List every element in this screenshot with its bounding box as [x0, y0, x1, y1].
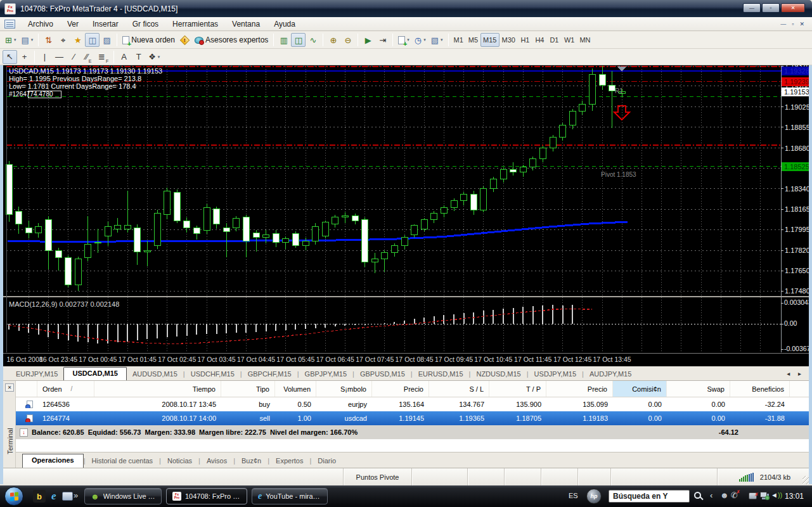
- menu-item-ventana[interactable]: Ventana: [225, 18, 267, 30]
- chart-tab-usdchf-m15[interactable]: USDCHF,M15: [185, 368, 240, 380]
- menu-item-ayuda[interactable]: Ayuda: [267, 18, 302, 30]
- col-header-volumen[interactable]: Volumen: [275, 381, 316, 397]
- periods-button[interactable]: ◷▾: [412, 33, 429, 47]
- taskbar-button-msn[interactable]: ☻Windows Live Mess...: [84, 488, 162, 504]
- terminal-tab-buz-n[interactable]: Buz¢n: [235, 455, 267, 468]
- data-window-button[interactable]: ⌖: [56, 33, 70, 47]
- auto-scroll-button[interactable]: ▶: [361, 33, 375, 47]
- phone-tray-icon[interactable]: ✆✗: [731, 491, 738, 500]
- tf-m1-button[interactable]: M1: [451, 33, 466, 47]
- tf-m5-button[interactable]: M5: [466, 33, 480, 47]
- trendline-button[interactable]: ∕: [67, 50, 81, 64]
- zoom-out-button[interactable]: ⊖: [340, 33, 355, 47]
- expert-advisors-button[interactable]: Asesores expertos: [192, 33, 271, 47]
- messenger-status-icon[interactable]: ☻: [720, 491, 729, 500]
- terminal-tab-diario[interactable]: Diario: [311, 455, 342, 468]
- minimize-button[interactable]: —: [743, 3, 761, 13]
- menu-item-ver[interactable]: Ver: [60, 18, 86, 30]
- arrows-button[interactable]: ❖▾: [146, 50, 162, 64]
- chart-bars-button[interactable]: ▥: [276, 33, 291, 47]
- zoom-in-button[interactable]: ⊕: [326, 33, 340, 47]
- chart-tab-eurusd-m15[interactable]: EURUSD,M15: [413, 368, 469, 380]
- start-button[interactable]: [4, 487, 23, 506]
- terminal-tab-avisos[interactable]: Avisos: [200, 455, 233, 468]
- menu-item-herramientas[interactable]: Herramientas: [165, 18, 225, 30]
- terminal-close-button[interactable]: ✕: [5, 383, 14, 392]
- mdi-minimize-button[interactable]: —: [780, 21, 786, 27]
- chart-svg[interactable]: R1Pivot 1.1853USDCAD,M15 1.19173 1.19173…: [0, 65, 812, 366]
- crosshair-button[interactable]: +: [17, 50, 32, 64]
- taskbar-button-ie[interactable]: eYouTube - mirando ...: [252, 488, 328, 504]
- quicklaunch-chevron-icon[interactable]: »: [74, 491, 78, 500]
- mdi-restore-button[interactable]: ▫: [792, 21, 794, 27]
- vertical-line-button[interactable]: |: [37, 50, 52, 64]
- network-tray-icon[interactable]: [760, 492, 767, 497]
- col-header-s-l[interactable]: S / L: [429, 381, 489, 397]
- menu-item-insertar[interactable]: Insertar: [86, 18, 126, 30]
- tf-mn-button[interactable]: MN: [577, 33, 593, 47]
- chart-candles-button[interactable]: ◫: [291, 33, 306, 47]
- metaeditor-alert-button[interactable]: !: [177, 33, 192, 47]
- text-button[interactable]: A: [117, 50, 131, 64]
- tab-scroll-arrows[interactable]: ◂ ▸: [779, 370, 812, 380]
- chart-tab-eurjpy-m15[interactable]: EURJPY,M15: [10, 368, 63, 380]
- chart-tab-nzdusd-m15[interactable]: NZDUSD,M15: [470, 368, 526, 380]
- balance-row[interactable]: ↓ Balance: 620.85 Equidad: 556.73 Margen…: [16, 425, 812, 439]
- chart-window-icon[interactable]: [4, 20, 15, 29]
- navigator-button[interactable]: ★: [70, 33, 85, 47]
- device-tray-icon[interactable]: ✗: [749, 492, 757, 499]
- col-header-precio[interactable]: Precio: [372, 381, 429, 397]
- new-chart-button[interactable]: ⊞▾: [3, 33, 18, 47]
- taskbar-button-fxpro[interactable]: FxPro104708: FxPro Meta...: [166, 488, 247, 504]
- col-header-comisi-n[interactable]: Comisi¢n: [613, 381, 667, 397]
- b-app-icon[interactable]: b: [33, 490, 46, 503]
- terminal-tab-historial-de-cuentas[interactable]: Historial de cuentas: [86, 455, 160, 468]
- tray-collapse-icon[interactable]: ‹: [710, 491, 712, 500]
- maximize-button[interactable]: ▫: [762, 3, 780, 13]
- chart-tab-gbpusd-m15[interactable]: GBPUSD,M15: [354, 368, 411, 380]
- chart-tab-usdjpy-m15[interactable]: USDJPY,M15: [529, 368, 582, 380]
- tf-h4-button[interactable]: H4: [532, 33, 547, 47]
- chart-tab-gbpjpy-m15[interactable]: GBPJPY,M15: [299, 368, 352, 380]
- tf-m15-button[interactable]: M15: [480, 33, 499, 47]
- price-chart[interactable]: R1Pivot 1.1853USDCAD,M15 1.19173 1.19173…: [0, 65, 812, 366]
- menu-item-gr-ficos[interactable]: Gr ficos: [126, 18, 165, 30]
- chart-tab-audjpy-m15[interactable]: AUDJPY,M15: [584, 368, 637, 380]
- indicators-button[interactable]: ▾: [396, 33, 412, 47]
- profiles-button[interactable]: ▤▾: [18, 33, 35, 47]
- col-header-beneficios[interactable]: Beneficios: [730, 381, 790, 397]
- search-input[interactable]: [609, 490, 690, 503]
- col-header-orden[interactable]: Orden/: [37, 381, 94, 397]
- col-header-precio[interactable]: Precio: [546, 381, 613, 397]
- title-bar[interactable]: Fx Pro 104708: FxPro MetaTrader 4 - [USD…: [0, 0, 812, 17]
- col-header-s-mbolo[interactable]: S¡mbolo: [316, 381, 372, 397]
- text-label-button[interactable]: T: [131, 50, 146, 64]
- order-row-1264536[interactable]: 12645362008.10.17 13:45buy0.50eurjpy135.…: [16, 397, 812, 411]
- tf-m30-button[interactable]: M30: [499, 33, 518, 47]
- tf-d1-button[interactable]: D1: [547, 33, 562, 47]
- chart-tab-gbpchf-m15[interactable]: GBPCHF,M15: [242, 368, 297, 380]
- terminal-tab-noticias[interactable]: Noticias: [161, 455, 198, 468]
- ie-quicklaunch-icon[interactable]: e: [51, 490, 56, 503]
- terminal-tab-operaciones[interactable]: Operaciones: [22, 454, 84, 468]
- templates-button[interactable]: ▧▾: [429, 33, 446, 47]
- menu-item-archivo[interactable]: Archivo: [21, 18, 60, 30]
- col-header-swap[interactable]: Swap: [667, 381, 730, 397]
- language-indicator[interactable]: ES: [569, 492, 578, 499]
- volume-tray-icon[interactable]: ◄)): [771, 491, 782, 499]
- col-header-t-p[interactable]: T / P: [489, 381, 546, 397]
- terminal-tab-expertos[interactable]: Expertos: [269, 455, 309, 468]
- terminal-panel-button[interactable]: ◫: [85, 33, 100, 47]
- strategy-tester-button[interactable]: ▨: [100, 33, 114, 47]
- order-row-1264774[interactable]: 12647742008.10.17 14:00sell1.00usdcad1.1…: [16, 411, 812, 425]
- chart-shift-button[interactable]: ⇥: [375, 33, 390, 47]
- tf-h1-button[interactable]: H1: [518, 33, 532, 47]
- chart-line-button[interactable]: ∿: [306, 33, 320, 47]
- search-icon[interactable]: [694, 492, 701, 499]
- chart-tab-audusd-m15[interactable]: AUDUSD,M15: [127, 368, 183, 380]
- chart-tab-usdcad-m15[interactable]: USDCAD,M15: [63, 367, 127, 380]
- col-header-tiempo[interactable]: Tiempo: [94, 381, 221, 397]
- cursor-button[interactable]: ↖: [3, 50, 17, 64]
- new-order-button[interactable]: Nueva orden: [120, 33, 177, 47]
- horizontal-line-button[interactable]: —: [52, 50, 67, 64]
